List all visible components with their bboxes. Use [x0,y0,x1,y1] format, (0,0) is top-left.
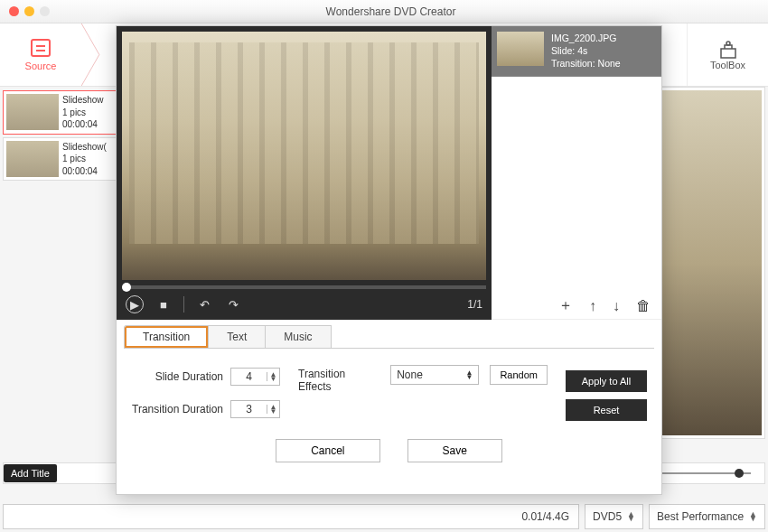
reset-button[interactable]: Reset [566,399,647,421]
cancel-button[interactable]: Cancel [276,439,379,462]
bottom-bar: 0.01/4.4G DVD5▲▼ Best Performance▲▼ [3,504,765,529]
add-icon[interactable]: ＋ [558,296,573,315]
transition-panel: Slide Duration 4 ▲▼ Transition Duration … [117,349,661,428]
page-indicator: 1/1 [467,298,482,311]
thumbnail [6,141,59,177]
thumbnail [6,94,59,130]
slideshow-editor-modal: ▶ ■ ↶ ↷ 1/1 IMG_2200.JPG Slide: 4s Trans… [116,25,662,495]
svg-point-1 [726,42,730,45]
zoom-slider[interactable] [651,472,751,474]
nav-source-label: Source [25,61,57,71]
nav-toolbox-label: ToolBox [710,60,745,70]
delete-icon[interactable]: 🗑 [636,298,651,314]
source-icon [31,39,51,57]
tab-bar: Transition Text Music [124,325,654,348]
slideshow-list: Slideshow 1 pics 00:00:04 Slideshow( 1 p… [3,90,120,183]
app-title: Wondershare DVD Creator [14,5,768,18]
add-title-button[interactable]: Add Title [4,464,57,482]
item-dur: 00:00:04 [62,165,107,178]
clip-transition: Transition: None [551,57,621,70]
transition-duration-label: Transition Duration [131,403,230,415]
move-up-icon[interactable]: ↑ [589,298,596,314]
titlebar: Wondershare DVD Creator [0,0,768,23]
item-pics: 1 pics [62,107,104,119]
nav-toolbox[interactable]: ToolBox [687,23,768,86]
stop-icon[interactable]: ■ [155,295,173,313]
transition-effects-select[interactable]: None ▲▼ [390,365,479,385]
breadcrumb-arrow [81,23,101,86]
updown-icon: ▲▼ [267,372,279,381]
updown-icon: ▲▼ [749,512,757,522]
slide-duration-stepper[interactable]: 4 ▲▼ [230,368,280,386]
clip-name: IMG_2200.JPG [551,32,621,44]
rotate-right-icon[interactable]: ↷ [224,295,242,313]
clip-list: IMG_2200.JPG Slide: 4s Transition: None … [492,26,661,320]
item-name: Slideshow [62,94,104,107]
tab-text[interactable]: Text [209,325,266,348]
svg-rect-0 [721,49,735,58]
transition-duration-stepper[interactable]: 3 ▲▼ [230,400,280,418]
nav-source[interactable]: Source [0,23,81,86]
play-icon[interactable]: ▶ [126,295,144,313]
tab-transition[interactable]: Transition [124,325,209,348]
thumbnail [497,32,544,66]
transition-effects-label: Transition Effects [298,365,379,393]
tab-music[interactable]: Music [266,325,331,348]
item-pics: 1 pics [62,153,107,165]
list-item[interactable]: Slideshow 1 pics 00:00:04 [3,90,120,135]
rotate-left-icon[interactable]: ↶ [195,295,213,313]
quality-select[interactable]: Best Performance▲▼ [649,504,765,529]
apply-all-button[interactable]: Apply to All [566,370,647,392]
toolbox-icon [717,40,739,60]
random-button[interactable]: Random [490,365,548,385]
preview-image [122,32,486,280]
modal-footer: Cancel Save [117,428,661,473]
size-indicator: 0.01/4.4G [3,504,579,529]
preview-pane: ▶ ■ ↶ ↷ 1/1 [117,26,492,320]
scrubber[interactable] [122,285,486,289]
move-down-icon[interactable]: ↓ [613,298,620,314]
disc-type-select[interactable]: DVD5▲▼ [585,504,643,529]
list-item[interactable]: Slideshow( 1 pics 00:00:04 [3,137,120,182]
player-controls: ▶ ■ ↶ ↷ 1/1 [122,289,486,320]
clip-item[interactable]: IMG_2200.JPG Slide: 4s Transition: None [492,26,661,77]
slide-duration-label: Slide Duration [131,370,230,383]
clip-operations: ＋ ↑ ↓ 🗑 [492,293,661,320]
item-name: Slideshow( [62,141,107,154]
updown-icon: ▲▼ [627,512,635,522]
clip-slide: Slide: 4s [551,44,621,57]
save-button[interactable]: Save [407,439,502,462]
updown-icon: ▲▼ [466,370,473,379]
item-dur: 00:00:04 [62,118,104,131]
updown-icon: ▲▼ [267,405,279,414]
